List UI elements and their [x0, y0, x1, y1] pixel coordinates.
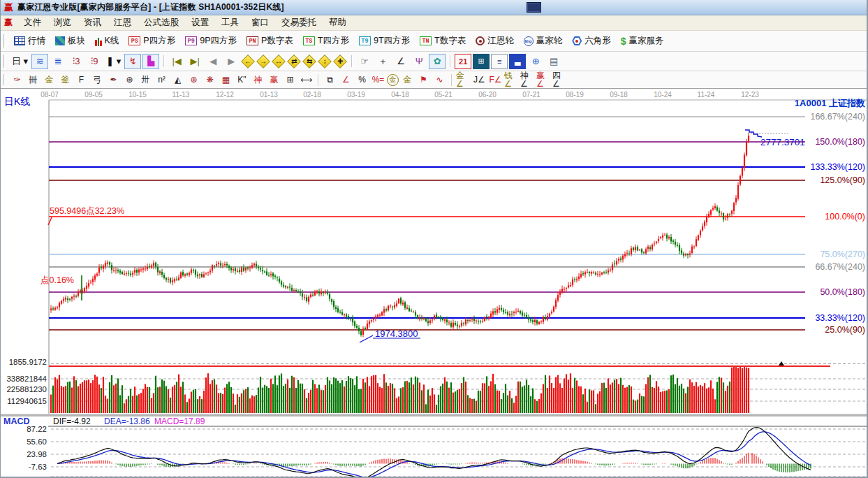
page-forward-button[interactable]: ▶	[223, 54, 240, 69]
si-angle-button[interactable]: 四∠	[552, 73, 567, 87]
t-square-button[interactable]: TST四方形	[298, 34, 354, 48]
winner-service-button[interactable]: $赢家服务	[616, 34, 669, 48]
angle-percent-button[interactable]: ∠	[339, 73, 353, 87]
shift-left-button[interactable]: ⇄	[287, 55, 301, 68]
menu-item-help[interactable]: 帮助	[323, 15, 353, 30]
candle-body	[698, 235, 699, 240]
zoom-reset-button[interactable]: ✚	[333, 55, 347, 68]
gann-circle-button[interactable]: ⊕	[186, 73, 201, 87]
volume-bar	[522, 386, 523, 413]
tick-ruler-button[interactable]: 卅	[138, 73, 153, 87]
trend-chart-button[interactable]: ≋	[31, 54, 48, 69]
menu-item-file[interactable]: 文件	[17, 15, 47, 30]
flag-mark-button[interactable]: ⚑	[416, 73, 431, 87]
spider-web-button[interactable]: ❋	[203, 73, 217, 87]
menu-item-settings[interactable]: 设置	[185, 15, 215, 30]
n-square-button[interactable]: n²	[154, 73, 169, 87]
printer-button[interactable]: ▤	[545, 54, 562, 69]
volume-profile-button[interactable]: ▙	[142, 54, 159, 69]
kline-button[interactable]: K线	[90, 34, 124, 48]
menu-item-tools[interactable]: 工具	[215, 15, 245, 30]
calculator-button[interactable]: ⊞	[473, 54, 490, 69]
save-button[interactable]: ▃	[509, 54, 526, 69]
sectors-button[interactable]: 板块	[50, 34, 90, 48]
gold-ratio-ruler-button[interactable]: 金	[42, 73, 57, 87]
candle-body	[612, 264, 613, 270]
p-square-button[interactable]: PSP四方形	[124, 34, 180, 48]
chart-area[interactable]: 08-0709-0510-1511-1312-1201-1302-1803-19…	[1, 89, 868, 478]
web-grid-button[interactable]: ▦	[219, 73, 233, 87]
notes-button[interactable]: ≡	[491, 54, 508, 69]
circle-ruler-button[interactable]: ⊛	[122, 73, 137, 87]
gann-wheel-button[interactable]: 江恩轮	[471, 34, 519, 48]
pen-ruler-button[interactable]: ✒	[106, 73, 121, 87]
chart-canvas[interactable]: 08-0709-0510-1511-1312-1201-1302-1803-19…	[1, 89, 868, 478]
menu-item-gann[interactable]: 江恩	[108, 15, 138, 30]
t-number-table-button[interactable]: TNT数字表	[415, 34, 471, 48]
menu-item-news[interactable]: 资讯	[78, 15, 108, 30]
pan-right-button[interactable]: →	[256, 55, 270, 68]
shift-right-button[interactable]: ⇆	[302, 55, 316, 68]
quotes-button[interactable]: 行情	[9, 34, 50, 48]
win-angle-button[interactable]: 赢∠	[536, 73, 551, 87]
9p-square-button[interactable]: P99P四方形	[180, 34, 242, 48]
ruler-ticks-button[interactable]: 卌	[26, 73, 41, 87]
hexagon-button[interactable]: 六角形	[567, 34, 616, 48]
volume-bar	[603, 383, 605, 413]
period-selector-button[interactable]: 日 ▾	[10, 54, 30, 69]
shen-angle-button[interactable]: 神∠	[520, 73, 535, 87]
gold-circle-button[interactable]: 金	[387, 74, 399, 86]
volume-bar	[530, 396, 531, 413]
zigzag-overlay-button[interactable]: ↯	[124, 54, 141, 69]
percent-line-button[interactable]: %=	[371, 73, 385, 87]
jump-end-button[interactable]: ▶|	[186, 54, 203, 69]
network-button[interactable]: ⊕	[527, 54, 544, 69]
nine-bar-pattern-button[interactable]: ⫶9	[86, 54, 103, 69]
hand-tool-button[interactable]: ☞	[356, 54, 373, 69]
page-back-button[interactable]: ◀	[205, 54, 221, 69]
volume-bar	[499, 391, 500, 413]
volume-bar	[71, 388, 73, 413]
pan-left-button[interactable]: ←	[241, 55, 255, 68]
gold-section-ruler-button[interactable]: 釜	[58, 73, 73, 87]
jump-start-button[interactable]: |◀	[168, 54, 185, 69]
info-panel-button[interactable]: ≣	[50, 54, 66, 69]
crosshair-tool-button[interactable]: ＋	[374, 54, 391, 69]
menu-item-trade-entrust[interactable]: 交易委托	[275, 15, 323, 30]
winner-wheel-button[interactable]: Big赢家轮	[519, 34, 568, 48]
f-angle-button[interactable]: F∠	[488, 73, 503, 87]
trendline-tool-button[interactable]: ∠	[392, 54, 409, 69]
menu-item-formula-stock-pick[interactable]: 公式选股	[138, 15, 185, 30]
three-bar-pattern-button[interactable]: ⫶3	[68, 54, 84, 69]
f-ruler-button[interactable]: F	[74, 73, 89, 87]
zoom-vertical-button[interactable]: ↕	[318, 55, 332, 68]
j-angle-button[interactable]: J∠	[472, 73, 487, 87]
span-measure-button[interactable]: ⟷	[299, 73, 314, 87]
mirror-tool-button[interactable]: ◭	[170, 73, 185, 87]
k-quote-mark-button[interactable]: K"	[235, 73, 249, 87]
gann-tool-button[interactable]: Ψ	[411, 54, 427, 69]
qian-angle-button[interactable]: 钱∠	[504, 73, 519, 87]
candle-body	[677, 245, 678, 245]
wave-band-button[interactable]: ∿	[432, 73, 447, 87]
cycle-tool-button[interactable]: ✿	[429, 54, 446, 69]
shen-ruler-button[interactable]: 神	[251, 73, 265, 87]
pan-both-button[interactable]: ↔	[272, 55, 286, 68]
candle-style-button[interactable]: ❚ ▾	[104, 54, 123, 69]
menu-item-browse[interactable]: 浏览	[47, 15, 78, 30]
9t-square-button[interactable]: T99T四方形	[354, 34, 415, 48]
titlebar-grid-button[interactable]	[527, 2, 541, 13]
number-grid-button[interactable]: ⊞	[283, 73, 297, 87]
draw-pen-button[interactable]: ✑	[10, 73, 24, 87]
p-number-table-button[interactable]: PNP数字表	[242, 34, 298, 48]
menu-item-window[interactable]: 窗口	[245, 15, 275, 30]
win-ruler-button[interactable]: 赢	[267, 73, 281, 87]
price-box-button[interactable]: ⧉	[323, 73, 337, 87]
percent-tool-button[interactable]: %	[355, 73, 369, 87]
spiral-ruler-button[interactable]: 弓	[90, 73, 105, 87]
volume-bar	[163, 381, 165, 413]
volume-bar	[270, 379, 272, 413]
gold-level-button[interactable]: 金	[400, 73, 415, 87]
calendar-button[interactable]: 21	[455, 54, 471, 69]
gold-angle-button[interactable]: 金∠	[456, 73, 471, 87]
